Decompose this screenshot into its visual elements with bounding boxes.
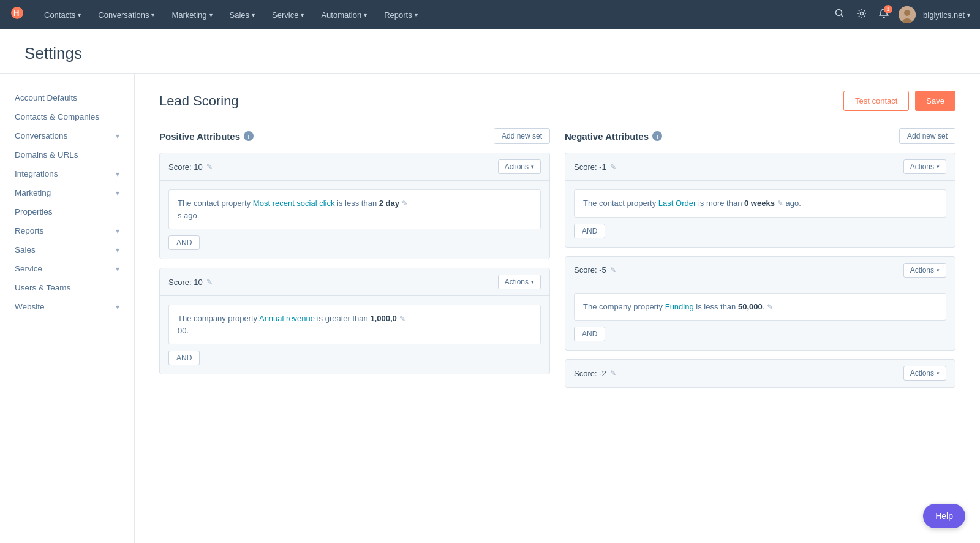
edit-score-icon[interactable]: ✎ <box>610 369 616 378</box>
chevron-down-icon: ▾ <box>531 279 534 285</box>
sidebar-item-service[interactable]: Service ▾ <box>0 259 134 278</box>
and-button[interactable]: AND <box>168 235 200 250</box>
sidebar-item-users-teams[interactable]: Users & Teams <box>0 278 134 297</box>
sidebar-item-account-defaults[interactable]: Account Defaults <box>0 88 134 107</box>
score-card-header: Score: -2 ✎ Actions ▾ <box>565 360 955 387</box>
nav-right: 1 biglytics.net ▾ <box>832 6 970 23</box>
condition-link[interactable]: Last Order <box>658 199 696 208</box>
score-card-body: The contact property Last Order is more … <box>565 181 955 247</box>
settings-title: Settings <box>24 44 956 63</box>
nav-contacts[interactable]: Contacts ▾ <box>37 7 88 23</box>
edit-condition-icon[interactable]: ✎ <box>767 303 773 311</box>
search-button[interactable] <box>832 6 847 23</box>
settings-header: Settings <box>0 29 980 74</box>
notifications-button[interactable]: 1 <box>876 6 891 23</box>
account-name[interactable]: biglytics.net ▾ <box>923 10 970 20</box>
sidebar-item-reports[interactable]: Reports ▾ <box>0 221 134 240</box>
sidebar-item-integrations[interactable]: Integrations ▾ <box>0 164 134 183</box>
positive-card-1-actions-button[interactable]: Actions ▾ <box>498 159 541 174</box>
nav-automation[interactable]: Automation ▾ <box>314 7 374 23</box>
positive-card-2-actions-button[interactable]: Actions ▾ <box>498 275 541 289</box>
chevron-down-icon: ▾ <box>116 303 119 311</box>
nav-service[interactable]: Service ▾ <box>265 7 311 23</box>
negative-attributes-column: Negative Attributes i Add new set Score:… <box>565 128 956 397</box>
score-card-body: The company property Annual revenue is g… <box>160 296 549 374</box>
condition-box: The contact property Most recent social … <box>168 189 541 229</box>
edit-score-icon[interactable]: ✎ <box>206 278 213 286</box>
and-button[interactable]: AND <box>574 327 605 341</box>
sidebar-item-properties[interactable]: Properties <box>0 202 134 221</box>
condition-link[interactable]: Annual revenue <box>259 314 315 323</box>
nav-conversations[interactable]: Conversations ▾ <box>91 7 162 23</box>
edit-condition-icon[interactable]: ✎ <box>399 314 405 323</box>
negative-add-new-set-button[interactable]: Add new set <box>899 128 956 144</box>
chevron-down-icon: ▾ <box>967 12 970 18</box>
sidebar-item-conversations[interactable]: Conversations ▾ <box>0 126 134 145</box>
chevron-down-icon: ▾ <box>209 12 213 18</box>
positive-attributes-header: Positive Attributes i Add new set <box>159 128 550 144</box>
lead-scoring-title: Lead Scoring <box>159 93 239 109</box>
chevron-down-icon: ▾ <box>364 12 367 18</box>
score-label: Score: -2 ✎ <box>574 369 616 378</box>
negative-score-card-2: Score: -5 ✎ Actions ▾ The company proper… <box>565 256 956 351</box>
positive-score-card-2: Score: 10 ✎ Actions ▾ The company proper… <box>159 268 550 374</box>
svg-line-3 <box>842 15 844 18</box>
score-label: Score: 10 ✎ <box>168 162 213 172</box>
sidebar-item-website[interactable]: Website ▾ <box>0 297 134 316</box>
negative-card-3-actions-button[interactable]: Actions ▾ <box>903 366 946 381</box>
chevron-down-icon: ▾ <box>116 170 119 178</box>
score-label: Score: -5 ✎ <box>574 265 616 275</box>
condition-box: The company property Funding is less tha… <box>574 293 946 321</box>
test-contact-button[interactable]: Test contact <box>843 91 909 111</box>
info-icon[interactable]: i <box>244 131 254 141</box>
edit-score-icon[interactable]: ✎ <box>610 162 616 171</box>
nav-items: Contacts ▾ Conversations ▾ Marketing ▾ S… <box>37 7 832 23</box>
chevron-down-icon: ▾ <box>151 12 154 18</box>
settings-button[interactable] <box>854 6 869 23</box>
edit-score-icon[interactable]: ✎ <box>206 162 213 171</box>
svg-point-2 <box>836 10 842 16</box>
help-button[interactable]: Help <box>923 504 965 528</box>
lead-scoring-header: Lead Scoring Test contact Save <box>159 91 956 111</box>
chevron-down-icon: ▾ <box>415 12 418 18</box>
sidebar-item-domains-urls[interactable]: Domains & URLs <box>0 145 134 164</box>
chevron-down-icon: ▾ <box>301 12 304 18</box>
condition-link[interactable]: Funding <box>665 302 694 311</box>
chevron-down-icon: ▾ <box>116 132 119 140</box>
nav-sales[interactable]: Sales ▾ <box>222 7 263 23</box>
and-button[interactable]: AND <box>168 351 200 365</box>
chevron-down-icon: ▾ <box>937 267 940 273</box>
sidebar: Account Defaults Contacts & Companies Co… <box>0 74 135 543</box>
svg-point-4 <box>861 12 864 15</box>
condition-box: The company property Annual revenue is g… <box>168 305 541 344</box>
nav-marketing[interactable]: Marketing ▾ <box>164 7 219 23</box>
edit-condition-icon[interactable]: ✎ <box>402 199 408 208</box>
chevron-down-icon: ▾ <box>116 246 119 254</box>
condition-link[interactable]: Most recent social click <box>253 199 335 208</box>
sidebar-item-marketing[interactable]: Marketing ▾ <box>0 183 134 202</box>
score-card-header: Score: 10 ✎ Actions ▾ <box>160 268 549 296</box>
svg-text:H: H <box>13 9 19 18</box>
and-button[interactable]: AND <box>574 224 605 238</box>
svg-point-6 <box>904 10 910 16</box>
nav-reports[interactable]: Reports ▾ <box>377 7 425 23</box>
condition-box: The contact property Last Order is more … <box>574 189 946 218</box>
score-card-header: Score: -1 ✎ Actions ▾ <box>565 153 955 181</box>
score-card-header: Score: 10 ✎ Actions ▾ <box>160 153 549 181</box>
avatar[interactable] <box>899 6 916 23</box>
chevron-down-icon: ▾ <box>116 227 119 235</box>
chevron-down-icon: ▾ <box>531 164 534 170</box>
edit-score-icon[interactable]: ✎ <box>610 266 616 275</box>
hubspot-logo[interactable]: H <box>10 6 24 24</box>
notification-badge: 1 <box>884 5 892 13</box>
sidebar-item-contacts-companies[interactable]: Contacts & Companies <box>0 107 134 126</box>
sidebar-item-sales[interactable]: Sales ▾ <box>0 240 134 259</box>
edit-condition-icon[interactable]: ✎ <box>777 199 783 208</box>
score-card-header: Score: -5 ✎ Actions ▾ <box>565 257 955 284</box>
negative-card-2-actions-button[interactable]: Actions ▾ <box>903 263 946 278</box>
chevron-down-icon: ▾ <box>116 265 119 273</box>
negative-card-1-actions-button[interactable]: Actions ▾ <box>903 159 946 174</box>
info-icon[interactable]: i <box>652 131 662 141</box>
positive-add-new-set-button[interactable]: Add new set <box>494 128 550 144</box>
save-button[interactable]: Save <box>915 91 956 111</box>
